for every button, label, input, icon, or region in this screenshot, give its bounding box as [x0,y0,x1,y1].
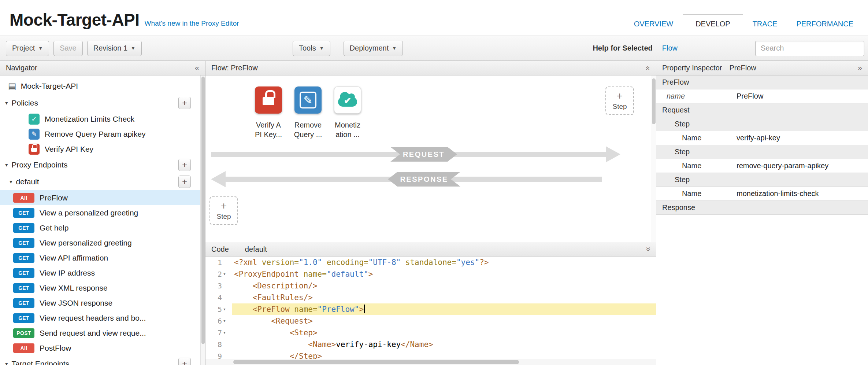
code-line-text[interactable]: <?xml version="1.0" encoding="UTF-8" sta… [232,257,656,268]
code-line-text[interactable]: <Step> [232,327,656,339]
add-policies-button[interactable]: + [178,97,191,109]
property-value[interactable]: verify-api-key [732,131,868,145]
add-target-endpoints-button[interactable]: + [178,358,191,365]
code-horizontal-scrollbar[interactable] [205,359,656,365]
line-gutter: 1 [205,257,232,268]
flow-item-view-ip-address[interactable]: GETView IP address [0,265,200,280]
navigator-scrollbar[interactable] [200,75,205,365]
flow-item-view-a-personalized-greeting[interactable]: GETView a personalized greeting [0,205,200,220]
flow-item-send-request-and-view-reque[interactable]: POSTSend request and view reque... [0,325,200,340]
code-token-tag: > [368,270,373,279]
flow-policy-pencil-icon[interactable]: ✎ [294,86,322,114]
policy-monetization-limits-check[interactable]: ✓Monetization Limits Check [0,111,200,126]
help-for-selected-label: Help for Selected [593,44,652,52]
code-token-tag: <Description/> [234,281,318,290]
save-button[interactable]: Save [53,41,83,56]
property-value[interactable]: PreFlow [732,89,868,103]
add-proxy-endpoints-button[interactable]: + [178,159,191,171]
section-label: Policies [12,99,38,107]
nav-section-proxy-endpoints[interactable]: ▾Proxy Endpoints+ [0,156,200,173]
flow-policy-label: Monetization ... [327,120,368,139]
app-header: Mock-Target-API What's new in the Proxy … [0,0,868,36]
deployment-button[interactable]: Deployment▼ [344,41,403,56]
help-flow-link[interactable]: Flow [662,44,678,52]
nav-section-policies[interactable]: ▾Policies+ [0,95,200,111]
nav-section-default[interactable]: ▾default+ [0,173,200,190]
project-button[interactable]: Project▼ [6,41,49,56]
add-step-button-top[interactable]: + Step [605,86,634,115]
collapse-flow-icon[interactable]: « [644,66,652,70]
flow-item-view-personalized-greeting[interactable]: GETView personalized greeting [0,235,200,250]
add-step-button-bottom[interactable]: + Step [209,196,238,225]
method-badge: All [13,193,34,203]
method-badge: POST [13,328,34,338]
inspector-prop-name: Namemonetization-limits-check [656,187,868,201]
code-token-attr: name= [299,270,327,279]
policy-verify-api-key[interactable]: Verify API Key [0,141,200,156]
navigator-root-label: Mock-Target-API [21,82,78,91]
flow-item-view-api-affirmation[interactable]: GETView API affirmation [0,250,200,265]
line-number: 8 [218,339,222,350]
code-token-text: verify-api-key [336,340,401,349]
code-line: 7▾ <Step> [205,327,656,339]
flow-item-view-json-response[interactable]: GETView JSON response [0,295,200,310]
flow-item-label: View XML response [40,284,108,292]
flow-item-view-xml-response[interactable]: GETView XML response [0,280,200,295]
fold-icon[interactable]: ▾ [223,315,229,327]
fold-icon[interactable]: ▾ [223,303,229,315]
flow-item-postflow[interactable]: AllPostFlow [0,340,200,355]
property-value [732,103,868,117]
plus-icon: + [221,201,227,211]
code-token-tag: <ProxyEndpoint [234,270,299,279]
whats-new-link[interactable]: What's new in the Proxy Editor [145,19,239,27]
property-value [732,173,868,187]
fold-icon[interactable]: ▾ [223,327,229,339]
code-line-text[interactable]: <FaultRules/> [232,292,656,303]
flow-item-get-help[interactable]: GETGet help [0,220,200,235]
navigator-root-item[interactable]: ▤Mock-Target-API [0,78,200,95]
flow-policy-lock-icon[interactable] [255,86,282,114]
flow-policy-cloud-check-icon[interactable]: ✔ [334,86,361,114]
scrollbar-thumb[interactable] [652,78,656,124]
flow-item-preflow[interactable]: AllPreFlow [0,190,200,205]
line-gutter: 7▾ [205,327,232,339]
code-line-text[interactable]: <ProxyEndpoint name="default"> [232,268,656,280]
code-line-text[interactable]: <Request> [232,315,656,327]
policy-glyph: ✓ [31,115,37,123]
tab-trace[interactable]: TRACE [743,15,787,36]
code-editor[interactable]: 1<?xml version="1.0" encoding="UTF-8" st… [205,257,656,365]
main-content: Navigator « ▤Mock-Target-API▾Policies+✓M… [0,61,868,365]
tab-develop[interactable]: DEVELOP [683,14,743,36]
add-default-button[interactable]: + [178,176,191,188]
nav-section-target-endpoints[interactable]: ▾Target Endpoints+ [0,355,200,365]
search-input[interactable] [755,41,864,56]
fold-icon[interactable]: ▾ [223,268,229,280]
flow-scrollbar[interactable] [651,75,656,242]
code-line-text[interactable]: <Description/> [232,280,656,292]
flow-item-view-request-headers-and-bo[interactable]: GETView request headers and bo... [0,310,200,325]
expand-inspector-icon[interactable]: » [858,64,862,72]
property-label: Step [656,145,732,159]
tools-button[interactable]: Tools▼ [293,41,330,56]
inspector-section-step: Step [656,173,868,187]
collapse-code-icon[interactable]: « [644,247,652,251]
line-gutter: 5▾ [205,303,232,315]
tab-overview[interactable]: OVERVIEW [624,15,683,36]
scrollbar-thumb[interactable] [201,77,205,344]
policy-remove-query-param-apikey[interactable]: ✎Remove Query Param apikey [0,126,200,141]
code-line: 1<?xml version="1.0" encoding="UTF-8" st… [205,257,656,268]
revision-button[interactable]: Revision 1▼ [87,41,142,56]
code-line-text[interactable]: <PreFlow name="PreFlow"> [232,303,656,315]
tab-performance[interactable]: PERFORMANCE [787,15,863,36]
line-number: 3 [218,280,222,292]
policy-glyph: ✎ [31,130,37,138]
flow-item-label: View IP address [40,269,95,277]
property-value[interactable]: remove-query-param-apikey [732,159,868,173]
property-value[interactable]: monetization-limits-check [732,187,868,200]
code-token-tag: <Step> [234,328,318,337]
check-icon: ✔ [344,96,351,106]
chevron-down-icon: ▼ [131,45,136,51]
collapse-navigator-icon[interactable]: « [195,64,199,72]
code-line-text[interactable]: <Name>verify-api-key</Name> [232,339,656,350]
scrollbar-thumb[interactable] [233,360,519,364]
